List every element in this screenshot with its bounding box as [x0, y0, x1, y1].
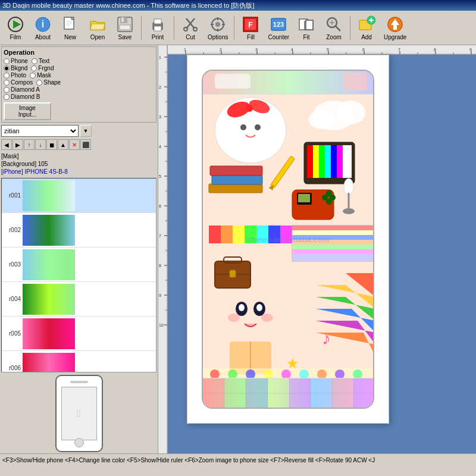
radio-diamond-a-label: Diamond A — [11, 86, 40, 93]
toolbar-fit[interactable]: Fit — [293, 12, 320, 43]
top-strip — [203, 71, 373, 95]
thumb-item-r005[interactable]: r005 — [2, 317, 156, 351]
svg-text:10: 10 — [159, 323, 164, 327]
svg-point-21 — [215, 22, 220, 27]
radio-mask[interactable]: Mask — [30, 72, 51, 79]
theme-select[interactable]: zitian — [1, 125, 79, 137]
toolbar-add[interactable]: Add — [353, 12, 380, 43]
toolbar-counter[interactable]: 123 Counter — [265, 12, 292, 43]
zoom-label: Zoom — [326, 34, 342, 40]
phone-home-button — [74, 438, 84, 447]
toolbar-open[interactable]: Open — [84, 12, 111, 43]
radio-circle-bkgnd — [4, 65, 10, 71]
thumb-btn-next[interactable]: ▶ — [12, 139, 23, 150]
svg-text:3: 3 — [159, 115, 161, 119]
toolbar-zoom[interactable]: Zoom — [321, 12, 347, 43]
mask-label: [Mask] — [1, 152, 156, 160]
toolbar-upgrade[interactable]: Upgrade — [381, 12, 409, 43]
radio-circle-mask — [30, 73, 36, 79]
about-label: About — [35, 34, 51, 40]
toolbar-cut[interactable]: Cut — [177, 12, 203, 43]
new-icon — [61, 15, 80, 34]
toolbar-print[interactable]: Print — [145, 12, 171, 43]
thumb-btn-down[interactable]: ↓ — [35, 139, 46, 150]
operation-row-4: Compos Shape — [4, 79, 154, 86]
svg-rect-116 — [313, 145, 319, 178]
thumb-btn-delete[interactable]: ✕ — [69, 139, 80, 150]
toolbar-fill[interactable]: F Fill — [237, 12, 264, 43]
main-area: Operation Phone Text Bkgnd Frgnd — [0, 45, 476, 453]
image-input-button[interactable]: Image Input... — [4, 102, 51, 120]
svg-text:6: 6 — [362, 48, 365, 52]
svg-line-35 — [336, 26, 340, 31]
thumb-item-r002[interactable]: r002 — [2, 213, 156, 248]
svg-text:9: 9 — [159, 293, 161, 298]
svg-rect-157 — [230, 270, 236, 277]
svg-text:♪: ♪ — [322, 328, 331, 348]
svg-rect-120 — [337, 145, 343, 178]
svg-rect-14 — [154, 19, 161, 24]
thumb-item-r004[interactable]: r004 — [2, 282, 156, 317]
canvas-area: 1 2 3 4 5 6 7 8 9 10 — [158, 45, 476, 453]
radio-bkgnd[interactable]: Bkgnd — [4, 65, 27, 71]
open-icon — [88, 15, 107, 34]
svg-rect-148 — [292, 230, 373, 235]
svg-rect-141 — [233, 226, 245, 243]
thumb-img-r006 — [23, 353, 75, 373]
svg-rect-115 — [307, 145, 313, 178]
radio-phone[interactable]: Phone — [4, 58, 28, 64]
fit-label: Fit — [303, 34, 309, 40]
toolbar-sep-2 — [174, 16, 174, 40]
svg-point-162 — [256, 304, 262, 311]
titlebar: 3D Daqin mobile beauty master www.chinee… — [0, 0, 476, 11]
radio-circle-text — [32, 58, 37, 64]
svg-rect-189 — [268, 378, 289, 408]
radio-diamond-a[interactable]: Diamond A — [4, 86, 40, 93]
thumb-btn-fill[interactable]: ⬛ — [80, 139, 91, 150]
phone-label: [iPhone] IPHONE 4S-B-8 — [1, 168, 156, 176]
thumb-label-r001: r001 — [3, 192, 21, 199]
svg-rect-144 — [268, 226, 280, 243]
radio-text[interactable]: Text — [32, 58, 49, 64]
toolbar-options[interactable]: Options — [205, 12, 231, 43]
svg-rect-149 — [292, 235, 373, 240]
thumb-img-r005 — [23, 318, 75, 349]
radio-shape[interactable]: Shape — [36, 79, 61, 86]
thumb-label-r002: r002 — [3, 227, 21, 233]
svg-text:4: 4 — [291, 48, 293, 52]
radio-photo[interactable]: Photo — [4, 72, 26, 79]
toolbar-film[interactable]: Film — [2, 12, 29, 43]
toolbar-save[interactable]: Save — [112, 12, 138, 43]
theme-dropdown-btn[interactable]: ▼ — [80, 125, 92, 137]
toolbar-new[interactable]: New — [57, 12, 83, 43]
thumb-btn-up[interactable]: ↑ — [24, 139, 35, 150]
left-panel: Operation Phone Text Bkgnd Frgnd — [0, 45, 158, 453]
radio-mask-label: Mask — [37, 72, 51, 79]
thumb-item-r003[interactable]: r003 — [2, 248, 156, 282]
radio-circle-shape — [36, 80, 42, 86]
svg-rect-153 — [292, 254, 373, 261]
thumb-label-r005: r005 — [3, 330, 21, 337]
toolbar-about[interactable]: i About — [30, 12, 56, 43]
svg-point-107 — [246, 105, 253, 112]
radio-diamond-b[interactable]: Diamond B — [4, 93, 40, 100]
thumb-item-r006[interactable]: r006 — [2, 351, 156, 372]
thumb-btn-stop[interactable]: ◼ — [46, 139, 57, 150]
thumbnail-list[interactable]: r001 r002 r003 r004 r005 r006 — [1, 178, 156, 372]
radio-compos[interactable]: Compos — [4, 79, 33, 86]
toolbar: Film i About New — [0, 11, 476, 45]
radio-bkgnd-label: Bkgnd — [11, 65, 27, 71]
phone-skin-area: ♪ ★ — [202, 70, 374, 409]
radio-frgnd[interactable]: Frgnd — [31, 65, 54, 71]
svg-point-19 — [193, 27, 197, 31]
apple-icon:  — [77, 408, 81, 420]
counter-label: Counter — [268, 34, 289, 40]
thumb-btn-prev[interactable]: ◀ — [1, 139, 12, 150]
thumb-btn-top[interactable]: ▲ — [58, 139, 68, 150]
cut-icon — [181, 15, 200, 34]
title-text: 3D Daqin mobile beauty master www.chinee… — [2, 1, 254, 10]
horizontal-ruler: 1 2 3 4 5 6 7 8 9 — [168, 45, 476, 55]
svg-point-134 — [343, 208, 355, 214]
svg-rect-192 — [332, 378, 353, 408]
thumb-item-r001[interactable]: r001 — [2, 178, 156, 213]
